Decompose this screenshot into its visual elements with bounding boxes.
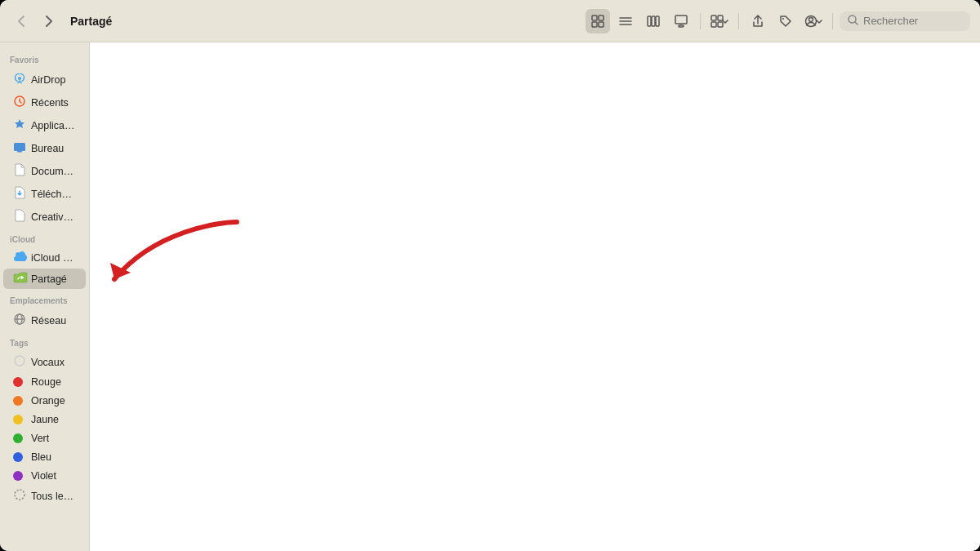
sidebar-item-icloud-drive[interactable]: iCloud Drive (3, 248, 86, 268)
svg-rect-9 (656, 16, 659, 26)
finder-window: Partagé (0, 0, 980, 551)
search-box (840, 11, 970, 31)
sidebar-item-applications[interactable]: Applications (3, 114, 86, 136)
sidebar: Favoris AirDrop (0, 42, 90, 551)
svg-rect-7 (648, 16, 651, 26)
telechargements-icon (13, 186, 26, 202)
favorites-section-label: Favoris (0, 49, 89, 68)
sidebar-item-jaune[interactable]: Jaune (3, 411, 86, 429)
reseau-icon (13, 313, 26, 328)
airdrop-label: AirDrop (31, 74, 65, 86)
documents-label: Documents (31, 166, 76, 177)
tags-section-label: Tags (0, 332, 89, 351)
creative-label: Creative C... (31, 211, 76, 223)
reseau-label: Réseau (31, 315, 66, 327)
violet-label: Violet (31, 470, 56, 482)
sidebar-item-orange[interactable]: Orange (3, 392, 86, 410)
svg-point-16 (782, 18, 784, 20)
orange-label: Orange (31, 395, 65, 407)
svg-point-18 (809, 17, 813, 21)
rouge-dot-icon (13, 377, 26, 387)
icloud-drive-label: iCloud Drive (31, 252, 76, 264)
bureau-icon (13, 140, 26, 156)
rouge-label: Rouge (31, 376, 61, 388)
vert-label: Vert (31, 433, 49, 444)
icloud-section-label: iCloud (0, 229, 89, 247)
forward-button[interactable] (38, 10, 60, 33)
sidebar-item-vocaux[interactable]: Vocaux (3, 352, 86, 372)
svg-rect-8 (652, 16, 655, 26)
sidebar-item-creative[interactable]: Creative C... (3, 206, 86, 228)
sidebar-item-partage[interactable]: Partagé (3, 269, 86, 289)
applications-label: Applications (31, 120, 76, 131)
svg-rect-2 (592, 22, 597, 27)
sidebar-item-airdrop[interactable]: AirDrop (3, 69, 86, 91)
sidebar-item-documents[interactable]: Documents (3, 160, 86, 182)
svg-rect-23 (14, 143, 25, 151)
bleu-label: Bleu (31, 451, 51, 463)
tag-button[interactable] (773, 9, 798, 33)
svg-rect-11 (679, 25, 684, 27)
svg-rect-0 (592, 16, 597, 20)
svg-rect-10 (675, 16, 687, 24)
sidebar-item-tous[interactable]: Tous les ta... (3, 486, 86, 506)
sidebar-item-vert[interactable]: Vert (3, 429, 86, 447)
view-columns-button[interactable] (641, 9, 666, 33)
search-input[interactable] (863, 15, 961, 27)
jaune-label: Jaune (31, 414, 59, 425)
vert-dot-icon (13, 433, 26, 443)
sidebar-item-violet[interactable]: Violet (3, 467, 86, 485)
sidebar-item-bureau[interactable]: Bureau (3, 137, 86, 159)
jaune-dot-icon (13, 415, 26, 424)
svg-rect-1 (599, 16, 604, 20)
documents-icon (13, 163, 26, 179)
main-layout: Favoris AirDrop (0, 42, 980, 551)
vocaux-label: Vocaux (31, 357, 65, 368)
tous-tags-icon (13, 489, 26, 503)
svg-point-21 (18, 77, 21, 80)
page-title: Partagé (70, 15, 586, 28)
svg-rect-3 (599, 22, 604, 27)
orange-dot-icon (13, 396, 26, 406)
svg-rect-24 (17, 151, 22, 153)
emplacements-section-label: Emplacements (0, 290, 89, 309)
bleu-dot-icon (13, 452, 26, 462)
separator-3 (832, 13, 833, 29)
partage-label: Partagé (31, 273, 67, 285)
account-button[interactable] (801, 9, 826, 33)
airdrop-icon (13, 72, 26, 87)
back-button[interactable] (10, 10, 33, 33)
svg-line-20 (855, 21, 858, 24)
violet-dot-icon (13, 471, 26, 481)
svg-point-28 (15, 356, 24, 366)
svg-rect-14 (711, 22, 716, 27)
view-list-button[interactable] (613, 9, 638, 33)
toolbar (586, 9, 970, 33)
separator-1 (700, 13, 701, 29)
applications-icon (13, 118, 26, 133)
view-gallery-button[interactable] (669, 9, 693, 33)
sidebar-item-reseau[interactable]: Réseau (3, 309, 86, 331)
svg-rect-12 (711, 16, 716, 20)
bureau-label: Bureau (31, 143, 64, 154)
share-button[interactable] (746, 9, 770, 33)
creative-icon (13, 209, 26, 224)
arrow-annotation (106, 214, 253, 312)
svg-point-29 (15, 490, 24, 500)
icloud-drive-icon (13, 251, 26, 264)
recents-icon (13, 95, 26, 110)
sidebar-item-bleu[interactable]: Bleu (3, 448, 86, 466)
recents-label: Récents (31, 97, 69, 109)
nav-buttons (10, 10, 60, 33)
search-icon (848, 15, 858, 28)
sidebar-item-recents[interactable]: Récents (3, 91, 86, 113)
sidebar-item-rouge[interactable]: Rouge (3, 373, 86, 391)
group-button[interactable] (707, 9, 732, 33)
vocaux-icon (13, 355, 26, 369)
sidebar-item-telechargements[interactable]: Télécharg... (3, 183, 86, 205)
view-icons-button[interactable] (586, 9, 610, 33)
tous-label: Tous les ta... (31, 491, 76, 502)
separator-2 (738, 13, 739, 29)
telechargements-label: Télécharg... (31, 189, 76, 200)
content-area (90, 42, 980, 551)
